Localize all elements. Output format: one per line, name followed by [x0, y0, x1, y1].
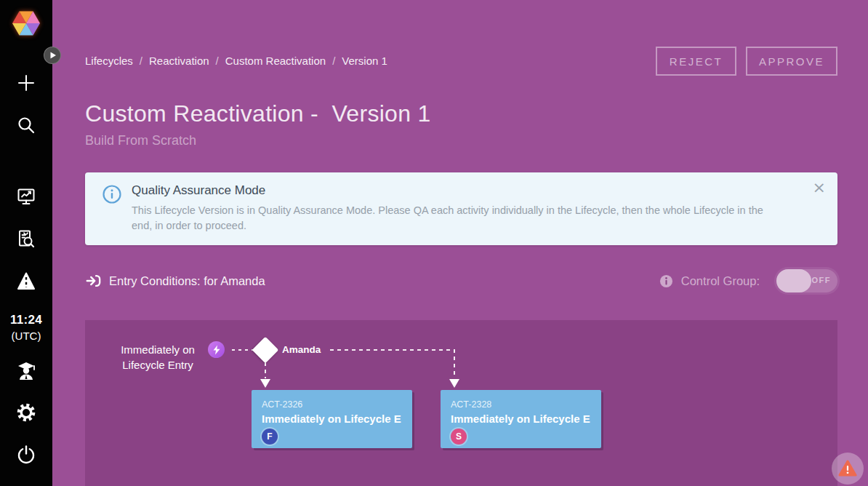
clock-time: 11:24 [0, 313, 52, 327]
breadcrumb-separator: / [216, 55, 219, 67]
play-button[interactable] [44, 47, 61, 64]
entry-conditions[interactable]: Entry Conditions: for Amanda [85, 273, 265, 289]
search-button[interactable] [0, 114, 52, 136]
qa-banner-body: This Lifecycle Version is in Quality Ass… [132, 203, 787, 234]
qa-banner-text: Quality Assurance Mode This Lifecycle Ve… [132, 183, 787, 234]
sign-in-icon [85, 273, 101, 289]
warnings-fab[interactable] [832, 453, 864, 485]
activity-title: Immediately on Lifecycle E… [451, 413, 591, 425]
clock-timezone: (UTC) [0, 330, 52, 342]
power-icon [15, 444, 37, 466]
activity-id: ACT-2326 [262, 399, 402, 410]
settings-button[interactable] [0, 401, 52, 424]
warning-triangle-icon [838, 460, 857, 477]
close-icon[interactable]: × [813, 180, 826, 196]
breadcrumb-custom-reactivation[interactable]: Custom Reactivation [225, 55, 326, 67]
lifecycle-canvas[interactable]: Immediately on Lifecycle Entry Amanda AC… [85, 320, 837, 486]
breadcrumb-reactivation[interactable]: Reactivation [149, 55, 209, 67]
monitor-chart-icon [16, 186, 36, 207]
breadcrumb-lifecycles[interactable]: Lifecycles [85, 55, 133, 67]
activity-title: Immediately on Lifecycle E… [262, 413, 402, 425]
activity-id: ACT-2328 [451, 399, 591, 410]
logout-button[interactable] [0, 443, 52, 466]
gear-icon [15, 402, 37, 423]
toggle-state-label: OFF [812, 276, 832, 284]
page-subtitle: Build From Scratch [85, 133, 196, 148]
info-icon[interactable] [659, 274, 673, 288]
roadmap-button[interactable] [0, 270, 52, 292]
control-group-toggle[interactable]: OFF [776, 269, 837, 292]
branch-label: Amanda [282, 344, 321, 355]
page-title: Custom Reactivation - Version 1 [85, 100, 431, 127]
channel-badge[interactable]: S [451, 429, 467, 445]
toggle-knob [776, 269, 811, 292]
app-root: 11:24 (UTC) [0, 0, 868, 486]
breadcrumb-version[interactable]: Version 1 [342, 55, 387, 67]
road-icon [16, 271, 36, 291]
audit-button[interactable] [0, 228, 52, 251]
app-logo-icon[interactable] [0, 8, 52, 39]
qa-mode-banner: Quality Assurance Mode This Lifecycle Ve… [85, 172, 837, 245]
qa-banner-title: Quality Assurance Mode [132, 183, 787, 198]
plus-icon [16, 73, 36, 93]
add-button[interactable] [0, 72, 52, 94]
reject-button[interactable]: REJECT [656, 47, 736, 76]
document-search-icon [15, 228, 37, 250]
academy-button[interactable] [0, 359, 52, 382]
control-group-label: Control Group: [681, 274, 760, 288]
search-icon [16, 115, 36, 135]
control-group: Control Group: OFF [659, 269, 837, 292]
main-content: Lifecycles / Reactivation / Custom React… [52, 0, 868, 486]
info-icon [103, 185, 121, 207]
sidebar: 11:24 (UTC) [0, 0, 52, 486]
approve-button[interactable]: APPROVE [746, 47, 837, 76]
play-icon [47, 50, 57, 60]
activity-card[interactable]: ACT-2326 Immediately on Lifecycle E… F [252, 390, 412, 448]
entry-conditions-row: Entry Conditions: for Amanda Control Gro… [85, 265, 837, 297]
graduate-icon [15, 359, 37, 381]
breadcrumb-separator: / [140, 55, 142, 67]
activity-card[interactable]: ACT-2328 Immediately on Lifecycle E… S [441, 390, 601, 448]
channel-badge[interactable]: F [262, 429, 278, 445]
entry-conditions-label: Entry Conditions: for Amanda [109, 274, 265, 288]
breadcrumb: Lifecycles / Reactivation / Custom React… [85, 55, 387, 67]
trigger-node-label: Immediately on Lifecycle Entry [100, 342, 216, 373]
breadcrumb-separator: / [332, 55, 335, 67]
lightning-icon[interactable] [208, 341, 225, 358]
dashboard-button[interactable] [0, 186, 52, 207]
